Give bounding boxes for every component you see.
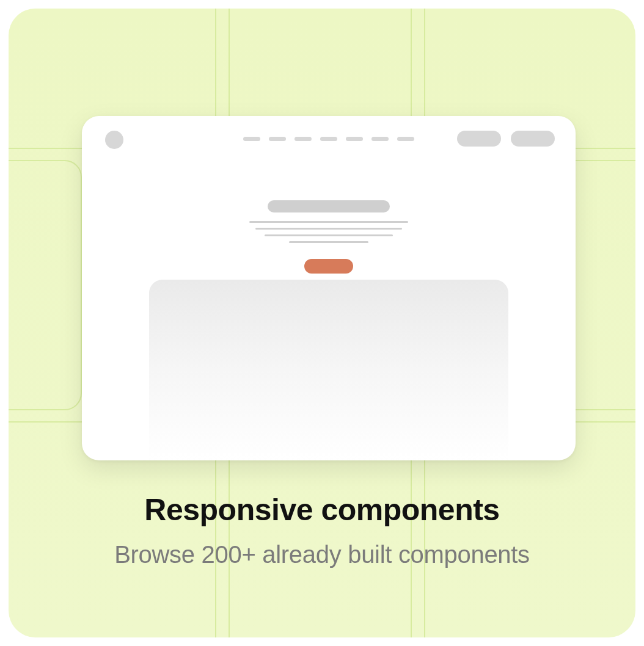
logo-placeholder-icon [105,131,123,149]
nav-item-placeholder [320,137,337,141]
bg-grid-tile [9,160,82,410]
browser-topbar [82,116,576,160]
browser-mockup [82,116,576,460]
card-title: Responsive components [33,492,611,528]
hero-title-placeholder [268,200,390,212]
nav-item-placeholder [295,137,312,141]
action-pill-placeholder [457,131,501,147]
nav-placeholder [243,137,414,141]
nav-item-placeholder [397,137,414,141]
hero-placeholder [249,200,408,274]
nav-item-placeholder [371,137,389,141]
action-pill-placeholder [511,131,555,147]
nav-item-placeholder [346,137,363,141]
nav-item-placeholder [243,137,260,141]
hero-text-lines [249,221,408,243]
hero-line-placeholder [255,228,402,230]
hero-line-placeholder [265,234,393,236]
card-text: Responsive components Browse 200+ alread… [9,492,635,568]
content-panel-placeholder [149,280,508,460]
card-subtitle: Browse 200+ already built components [33,541,611,568]
action-pills [457,131,555,147]
hero-line-placeholder [289,241,368,243]
cta-placeholder [304,259,353,274]
nav-item-placeholder [269,137,286,141]
hero-line-placeholder [249,221,408,223]
feature-card: Responsive components Browse 200+ alread… [9,9,635,637]
